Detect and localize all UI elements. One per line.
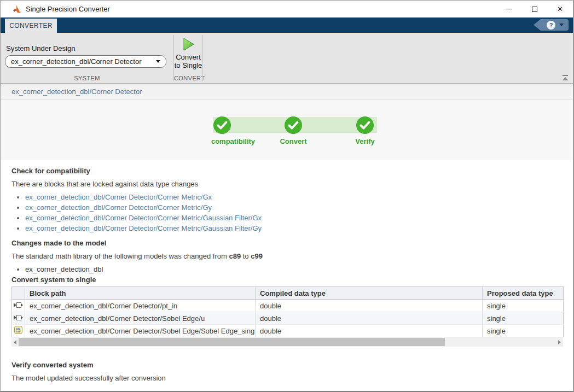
check-icon — [213, 116, 231, 134]
inport-icon — [14, 314, 24, 321]
title-bar: Single Precision Converter ✕ — [1, 1, 573, 17]
list-item: ex_corner_detection_dbl/Corner Detector/… — [25, 193, 562, 201]
maximize-button[interactable] — [521, 1, 547, 17]
collapse-toolstrip-button[interactable] — [561, 75, 569, 80]
ribbon-tab-strip: CONVERTER ? — [1, 17, 573, 33]
block-link[interactable]: ex_corner_detection_dbl/Corner Detector/… — [25, 214, 262, 222]
section-heading-convert: Convert system to single — [11, 276, 562, 284]
single-precision-converter-window: Single Precision Converter ✕ CONVERTER ?… — [0, 0, 574, 392]
column-header-proposed[interactable]: Proposed data type — [483, 287, 564, 300]
block-link[interactable]: ex_corner_detection_dbl/Corner Detector/… — [25, 203, 212, 212]
svg-text:101: 101 — [16, 327, 21, 330]
minimize-button[interactable] — [496, 1, 521, 17]
list-item: ex_corner_detection_dbl — [25, 265, 562, 273]
changes-message: The standard math library of the followi… — [11, 252, 562, 260]
math-library-from: c89 — [229, 252, 241, 260]
cell-block-path: ex_corner_detection_dbl/Corner Detector/… — [25, 300, 256, 312]
cell-block-path: ex_corner_detection_dbl/Corner Detector/… — [25, 312, 256, 325]
icon-column-header — [12, 287, 25, 300]
section-heading-verify: Verify converted system — [11, 361, 562, 369]
toolbar-separator — [202, 35, 203, 81]
changes-text-prefix: The standard math library of the followi… — [11, 252, 229, 260]
chevron-up-icon — [563, 77, 568, 80]
convert-button-label-line2: to Single — [174, 61, 202, 69]
breadcrumb[interactable]: ex_corner_detection_dbl/Corner Detector — [11, 87, 142, 96]
window-title: Single Precision Converter — [26, 5, 110, 13]
step-label-convert: Convert — [280, 137, 306, 145]
block-link[interactable]: ex_corner_detection_dbl/Corner Detector/… — [25, 193, 212, 201]
scroll-left-icon — [14, 340, 16, 344]
table-row[interactable]: ex_corner_detection_dbl/Corner Detector/… — [12, 312, 564, 325]
convert-group-label: CONVERT — [174, 75, 202, 81]
data-type-conversion-icon: 101 010 — [14, 326, 22, 334]
section-heading-compatibility: Check for compatibility — [11, 167, 562, 175]
model-name: ex_corner_detection_dbl — [25, 265, 103, 273]
column-header-block-path[interactable]: Block path — [25, 287, 256, 300]
system-dropdown-value: ex_corner_detection_dbl/Corner Detector — [11, 57, 153, 66]
changed-models-list: ex_corner_detection_dbl — [11, 265, 562, 273]
convert-to-single-button[interactable]: Convert to Single — [174, 36, 202, 69]
step-label-verify: Verify — [355, 137, 374, 145]
table-header-row: Block path Compiled data type Proposed d… — [12, 287, 564, 300]
system-under-design-label: System Under Design — [6, 44, 75, 52]
convert-button-label-line1: Convert — [174, 53, 202, 61]
report-content: Check for compatibility There are blocks… — [1, 160, 573, 392]
column-header-compiled[interactable]: Compiled data type — [256, 287, 483, 300]
system-group-label: SYSTEM — [1, 75, 173, 81]
maximize-icon — [532, 7, 537, 12]
list-item: ex_corner_detection_dbl/Corner Detector/… — [25, 203, 562, 212]
collapse-toolstrip-icon — [563, 75, 568, 76]
scroll-left-button[interactable] — [11, 337, 19, 347]
check-icon — [356, 116, 374, 134]
help-icon: ? — [547, 21, 555, 30]
list-item: ex_corner_detection_dbl/Corner Detector/… — [25, 224, 562, 232]
changes-text-middle: to — [241, 252, 251, 260]
conversion-table: Block path Compiled data type Proposed d… — [11, 286, 564, 337]
breadcrumb-bar: ex_corner_detection_dbl/Corner Detector — [1, 84, 573, 100]
dropdown-caret-icon — [156, 60, 160, 63]
cell-block-path: ex_corner_detection_dbl/Corner Detector/… — [25, 325, 256, 337]
block-link[interactable]: ex_corner_detection_dbl/Corner Detector/… — [25, 224, 262, 232]
verify-message: The model updated successfully after con… — [11, 374, 562, 382]
inport-icon — [14, 302, 24, 308]
list-item: ex_corner_detection_dbl/Corner Detector/… — [25, 214, 562, 222]
cell-proposed-type: single — [483, 325, 564, 337]
step-label-compatibility: compatibility — [211, 137, 255, 145]
scroll-right-icon — [558, 340, 561, 344]
math-library-to: c99 — [251, 252, 263, 260]
system-under-design-dropdown[interactable]: ex_corner_detection_dbl/Corner Detector — [5, 55, 166, 68]
horizontal-scrollbar[interactable] — [11, 337, 563, 347]
play-icon — [181, 37, 195, 51]
matlab-logo-icon — [13, 5, 22, 14]
tab-converter[interactable]: CONVERTER — [5, 19, 57, 33]
window-controls: ✕ — [496, 1, 573, 17]
scroll-right-button[interactable] — [556, 337, 563, 347]
table-row[interactable]: 101 010 ex_corner_detection_dbl/Corner D… — [12, 325, 564, 337]
help-button[interactable]: ? — [534, 19, 569, 31]
workflow-progress-panel: compatibility Convert Verify — [1, 100, 573, 160]
caret-down-icon — [559, 24, 564, 26]
cell-proposed-type: single — [483, 312, 564, 325]
close-icon: ✕ — [557, 5, 563, 13]
toolstrip: System Under Design ex_corner_detection_… — [1, 33, 573, 84]
cell-proposed-type: single — [483, 300, 564, 312]
minimize-icon — [506, 9, 512, 9]
svg-text:010: 010 — [16, 330, 21, 333]
compatibility-message: There are blocks that are locked against… — [11, 180, 562, 188]
locked-blocks-list: ex_corner_detection_dbl/Corner Detector/… — [11, 193, 562, 232]
table-row[interactable]: ex_corner_detection_dbl/Corner Detector/… — [12, 300, 564, 312]
cell-compiled-type: double — [256, 312, 483, 325]
check-icon — [285, 116, 302, 134]
scrollbar-thumb[interactable] — [19, 338, 445, 346]
cell-compiled-type: double — [256, 325, 483, 337]
close-button[interactable]: ✕ — [547, 1, 573, 17]
cell-compiled-type: double — [256, 300, 483, 312]
section-heading-changes: Changes made to the model — [11, 239, 562, 247]
